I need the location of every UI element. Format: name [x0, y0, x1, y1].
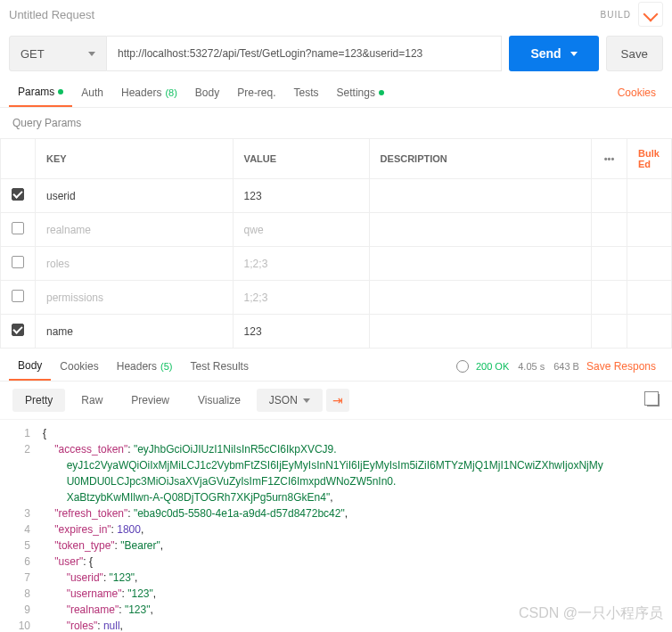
url-input[interactable]	[107, 36, 502, 71]
pencil-icon	[643, 7, 659, 22]
tab-label: Params	[18, 86, 54, 98]
param-key[interactable]: permissions	[36, 281, 234, 315]
table-row[interactable]: userid 123	[1, 179, 672, 213]
resp-tab-headers[interactable]: Headers (5)	[108, 353, 182, 380]
param-value[interactable]: 1;2;3	[233, 247, 369, 281]
col-desc: DESCRIPTION	[369, 139, 591, 179]
view-raw[interactable]: Raw	[69, 389, 115, 412]
tab-label: Headers	[121, 86, 161, 99]
globe-icon[interactable]	[456, 360, 469, 373]
param-value[interactable]: 123	[233, 179, 369, 213]
tab-params[interactable]: Params	[9, 78, 72, 107]
http-method-value: GET	[20, 47, 45, 61]
checkbox[interactable]	[12, 324, 24, 336]
param-key[interactable]: realname	[36, 213, 234, 247]
http-method-select[interactable]: GET	[9, 36, 107, 71]
save-response-link[interactable]: Save Respons	[579, 353, 663, 380]
format-select[interactable]: JSON	[257, 389, 323, 412]
status-size: 643 B	[553, 361, 579, 372]
query-params-title: Query Params	[0, 108, 672, 138]
table-row[interactable]: realname qwe	[1, 213, 672, 247]
table-row[interactable]: name 123	[1, 315, 672, 349]
tab-settings[interactable]: Settings	[328, 79, 393, 106]
save-button[interactable]: Save	[606, 36, 663, 71]
send-label: Send	[530, 46, 561, 61]
tab-tests[interactable]: Tests	[285, 79, 328, 106]
param-desc[interactable]	[369, 315, 591, 349]
param-key[interactable]: roles	[36, 247, 234, 281]
headers-count: (8)	[165, 87, 176, 98]
request-title: Untitled Request	[9, 8, 594, 21]
send-button[interactable]: Send	[509, 36, 598, 71]
resp-tab-tests[interactable]: Test Results	[182, 353, 258, 380]
param-desc[interactable]	[369, 213, 591, 247]
tab-auth[interactable]: Auth	[72, 79, 112, 106]
format-value: JSON	[269, 394, 298, 406]
more-icon[interactable]: •••	[604, 153, 615, 164]
resp-headers-count: (5)	[160, 361, 172, 372]
cookies-link[interactable]: Cookies	[611, 79, 663, 106]
checkbox[interactable]	[12, 290, 24, 302]
active-dot-icon	[58, 89, 63, 94]
tab-label: Settings	[337, 86, 375, 99]
col-value: VALUE	[233, 139, 369, 179]
table-row[interactable]: permissions 1;2;3	[1, 281, 672, 315]
checkbox[interactable]	[12, 188, 24, 201]
table-row[interactable]: roles 1;2;3	[1, 247, 672, 281]
view-visualize[interactable]: Visualize	[185, 389, 253, 412]
status-time: 4.05 s	[518, 361, 545, 372]
param-value[interactable]: 1;2;3	[233, 281, 369, 315]
checkbox[interactable]	[12, 222, 24, 234]
status-code: 200 OK	[476, 361, 509, 372]
tab-label: Headers	[117, 360, 157, 373]
param-desc[interactable]	[369, 179, 591, 213]
col-key: KEY	[36, 139, 234, 179]
param-key[interactable]: userid	[36, 179, 234, 213]
edit-button[interactable]	[638, 2, 663, 27]
view-preview[interactable]: Preview	[119, 389, 182, 412]
chevron-down-icon	[88, 52, 95, 56]
param-desc[interactable]	[369, 281, 591, 315]
param-value[interactable]: qwe	[233, 213, 369, 247]
resp-tab-cookies[interactable]: Cookies	[51, 353, 107, 380]
param-desc[interactable]	[369, 247, 591, 281]
tab-body[interactable]: Body	[186, 79, 228, 106]
resp-tab-body[interactable]: Body	[9, 352, 51, 381]
param-value[interactable]: 123	[233, 315, 369, 349]
copy-icon[interactable]	[647, 394, 660, 406]
tab-headers[interactable]: Headers (8)	[112, 79, 186, 106]
tab-prereq[interactable]: Pre-req.	[228, 79, 284, 106]
chevron-down-icon	[570, 52, 578, 56]
chevron-down-icon	[303, 398, 310, 403]
param-key[interactable]: name	[36, 315, 234, 349]
wrap-lines-button[interactable]: ⇥	[326, 389, 349, 412]
params-table: KEY VALUE DESCRIPTION ••• Bulk Ed userid…	[0, 138, 672, 349]
build-label: BUILD	[601, 10, 631, 20]
bulk-edit-link[interactable]: Bulk Ed	[638, 148, 660, 169]
checkbox[interactable]	[12, 256, 24, 268]
view-pretty[interactable]: Pretty	[12, 389, 65, 412]
active-dot-icon	[379, 90, 384, 95]
response-body-viewer[interactable]: 12345678910111213 { "access_token": "eyJ…	[0, 420, 672, 632]
